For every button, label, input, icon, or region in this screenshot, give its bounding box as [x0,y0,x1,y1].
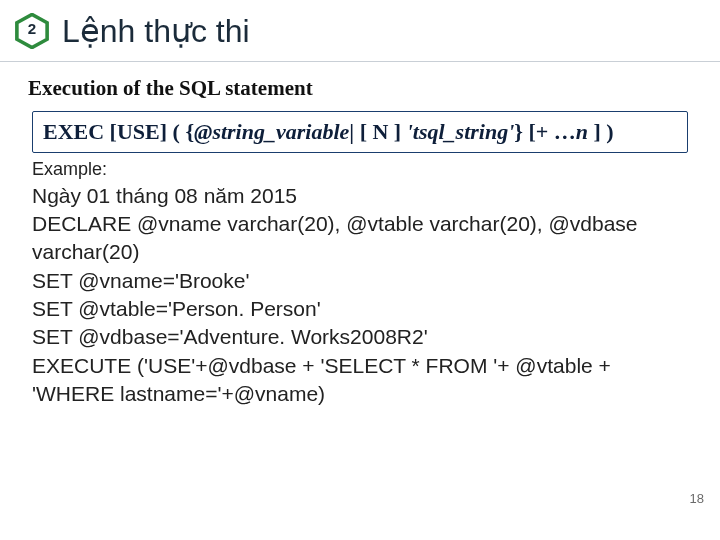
slide-content: Execution of the SQL statement EXEC [USE… [0,62,720,408]
syntax-variable: @string_variable [194,119,349,144]
syntax-text: ] ) [588,119,614,144]
code-line: EXECUTE ('USE'+@vdbase + 'SELECT * FROM … [32,352,688,409]
code-line: Ngày 01 tháng 08 năm 2015 [32,182,688,210]
code-line: DECLARE @vname varchar(20), @vtable varc… [32,210,688,267]
syntax-variable: 'tsql_string' [407,119,515,144]
syntax-text: EXEC [USE] ( { [43,119,194,144]
badge-number: 2 [28,19,36,36]
code-line: SET @vdbase='Adventure. Works2008R2' [32,323,688,351]
page-number: 18 [690,491,704,506]
code-block: Ngày 01 tháng 08 năm 2015 DECLARE @vname… [32,182,688,409]
syntax-text: | [ N ] [349,119,406,144]
code-line: SET @vname='Brooke' [32,267,688,295]
slide-title: Lệnh thực thi [62,12,250,50]
syntax-text: } [+ … [514,119,576,144]
syntax-variable: n [576,119,588,144]
example-label: Example: [32,159,688,180]
hexagon-badge-icon: 2 [14,13,50,49]
slide-header: 2 Lệnh thực thi [0,0,720,62]
section-heading: Execution of the SQL statement [28,76,692,101]
syntax-box: EXEC [USE] ( {@string_variable| [ N ] 't… [32,111,688,153]
code-line: SET @vtable='Person. Person' [32,295,688,323]
